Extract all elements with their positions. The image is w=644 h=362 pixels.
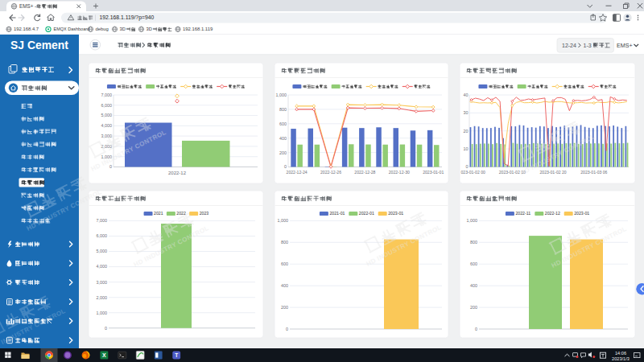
svg-text:0: 0 [466, 164, 469, 169]
svg-text:10: 10 [464, 146, 469, 151]
svg-text:2022-12-24: 2022-12-24 [287, 170, 308, 175]
svg-text:3,000: 3,000 [101, 134, 113, 138]
svg-text:4,000: 4,000 [101, 123, 113, 128]
svg-text:14:06: 14:06 [615, 351, 626, 356]
svg-text:0: 0 [475, 327, 477, 331]
svg-text:2023: 2023 [200, 211, 209, 216]
svg-text:2021: 2021 [154, 211, 163, 216]
svg-text:1,000: 1,000 [97, 311, 108, 315]
svg-text:7,000: 7,000 [97, 218, 108, 223]
svg-text:4,000: 4,000 [97, 264, 108, 269]
svg-text:2022-12: 2022-12 [545, 211, 560, 216]
svg-text:EMQX Dashboard: EMQX Dashboard [54, 27, 90, 31]
svg-text:EMS+ -: EMS+ - [19, 3, 36, 9]
svg-text:0: 0 [286, 327, 288, 331]
svg-text:192.168.4.7: 192.168.4.7 [14, 27, 39, 31]
svg-text:400: 400 [279, 136, 287, 141]
svg-text:800: 800 [470, 240, 477, 245]
svg-text:7,000: 7,000 [101, 93, 113, 97]
svg-text:2023-01-02 20: 2023-01-02 20 [540, 170, 567, 175]
svg-text:1,000: 1,000 [467, 218, 478, 223]
svg-text:3,000: 3,000 [97, 280, 108, 285]
svg-text:EMS+: EMS+ [617, 42, 633, 49]
svg-text:192.168.1.119/?p=940: 192.168.1.119/?p=940 [100, 14, 155, 21]
svg-text:2022-01: 2022-01 [359, 211, 374, 216]
svg-text:2022-12: 2022-12 [168, 171, 187, 175]
svg-text:600: 600 [279, 121, 287, 126]
svg-text:1,000: 1,000 [278, 218, 289, 223]
svg-text:2023-01: 2023-01 [574, 211, 589, 216]
svg-text:X: X [102, 352, 106, 358]
svg-text:192.168.1.119: 192.168.1.119 [183, 27, 213, 31]
svg-text:2023/1/3: 2023/1/3 [612, 356, 630, 361]
svg-text:600: 600 [281, 261, 288, 266]
svg-text:023-01-02 00: 023-01-02 00 [461, 170, 485, 175]
svg-text:800: 800 [279, 107, 287, 112]
svg-text:T: T [175, 352, 178, 358]
svg-text:0: 0 [105, 326, 107, 331]
svg-text:2022-12-28: 2022-12-28 [354, 170, 375, 175]
svg-text:400: 400 [281, 283, 288, 288]
svg-text:2023-01: 2023-01 [388, 211, 403, 216]
svg-text:3D: 3D [147, 27, 153, 31]
svg-text:debug: debug [96, 27, 109, 31]
svg-text:1-3: 1-3 [584, 43, 592, 48]
svg-text:2022-11: 2022-11 [515, 211, 530, 216]
svg-text:6,000: 6,000 [97, 233, 108, 238]
svg-text:3D: 3D [120, 27, 126, 31]
svg-text:2023-01-03 06: 2023-01-03 06 [580, 170, 607, 175]
svg-text:2022-12-30: 2022-12-30 [389, 170, 410, 175]
svg-text:800: 800 [281, 240, 288, 245]
svg-text:30: 30 [464, 110, 469, 115]
svg-text:20: 20 [464, 129, 469, 134]
svg-text:200: 200 [279, 150, 287, 155]
svg-text:1,000: 1,000 [276, 93, 287, 97]
svg-text:2023-01-01: 2023-01-01 [423, 170, 444, 175]
svg-text:40: 40 [464, 93, 469, 97]
svg-text:0: 0 [284, 164, 287, 169]
svg-text:2022-12-26: 2022-12-26 [320, 170, 341, 175]
svg-text:2,000: 2,000 [97, 295, 108, 300]
svg-text:600: 600 [470, 261, 477, 266]
svg-text:12-24: 12-24 [562, 43, 576, 48]
svg-text:5,000: 5,000 [101, 113, 113, 117]
svg-text:200: 200 [281, 305, 288, 310]
svg-text:0: 0 [109, 164, 112, 169]
svg-text:400: 400 [470, 283, 477, 288]
svg-text:2021-01: 2021-01 [329, 211, 345, 216]
svg-text:200: 200 [470, 305, 477, 310]
svg-text:6,000: 6,000 [101, 103, 113, 108]
svg-text:SJ Cement: SJ Cement [10, 39, 68, 51]
svg-text:5,000: 5,000 [97, 249, 108, 253]
